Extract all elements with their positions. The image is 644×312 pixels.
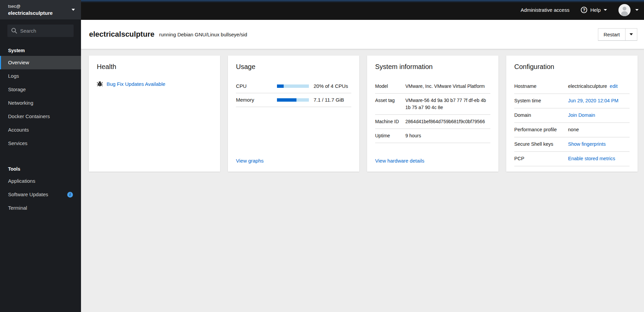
host-switcher[interactable]: tsec@ electricalsculpture (0, 0, 81, 20)
chevron-down-icon (604, 9, 607, 11)
sidebar-item-storage[interactable]: Storage (0, 83, 81, 96)
secure-shell-keys-row: Secure Shell keys Show fingerprints (514, 137, 630, 152)
performance-profile-value: none (568, 126, 630, 133)
uptime-label: Uptime (375, 133, 405, 138)
cpu-usage-row: CPU 20% of 4 CPUs (236, 79, 351, 93)
usage-card-title: Usage (236, 63, 351, 71)
machine-id-row: Machine ID 2864d41bef864d759b681f9c0bf79… (375, 115, 490, 129)
model-value: VMware, Inc. VMware Virtual Platform (405, 83, 490, 90)
cpu-usage-value: 20% of 4 CPUs (309, 83, 351, 89)
cpu-label: CPU (236, 83, 277, 89)
host-switcher-user: tsec@ (8, 3, 73, 9)
chevron-down-icon (72, 9, 75, 11)
sidebar-item-applications[interactable]: Applications (0, 174, 81, 188)
uptime-value: 9 hours (405, 132, 490, 139)
memory-label: Memory (236, 97, 277, 103)
hostname-label: Hostname (514, 83, 568, 89)
sidebar-item-terminal[interactable]: Terminal (0, 201, 81, 215)
sidebar-search (7, 25, 74, 37)
help-label: Help (590, 7, 601, 13)
system-information-card: System information Model VMware, Inc. VM… (367, 56, 498, 172)
asset-tag-value: VMware-56 4d 9a 30 b7 77 7f df-eb 4b 1b … (405, 97, 490, 111)
configuration-card-title: Configuration (514, 63, 630, 71)
system-time-row: System time Jun 29, 2020 12:04 PM (514, 94, 630, 108)
asset-tag-label: Asset tag (375, 98, 405, 103)
secure-shell-keys-label: Secure Shell keys (514, 141, 568, 147)
page-title: electricalsculpture (89, 30, 154, 39)
restart-split-button: Restart (598, 28, 637, 41)
bug-icon (97, 81, 103, 87)
health-card: Health Bug Fix Updates Available (89, 56, 220, 172)
memory-progress-bar (277, 98, 309, 102)
bug-fix-updates-link[interactable]: Bug Fix Updates Available (107, 81, 165, 87)
hostname-value: electricalsculptureedit (568, 83, 630, 90)
show-fingerprints-link[interactable]: Show fingerprints (568, 141, 606, 147)
model-row: Model VMware, Inc. VMware Virtual Platfo… (375, 79, 490, 94)
cpu-progress-bar (277, 84, 309, 88)
nav-section-tools: Tools (0, 161, 81, 174)
system-time-label: System time (514, 98, 568, 103)
health-card-title: Health (97, 63, 212, 71)
sidebar-item-software-updates[interactable]: Software Updates (0, 188, 81, 201)
sidebar: tsec@ electricalsculpture System Overvie… (0, 0, 81, 312)
help-icon (581, 7, 587, 13)
machine-id-value: 2864d41bef864d759b681f9c0bf79566 (405, 118, 490, 125)
host-switcher-hostname: electricalsculpture (8, 9, 73, 16)
system-time-link[interactable]: Jun 29, 2020 12:04 PM (568, 98, 618, 103)
nav-section-system: System (0, 42, 81, 56)
sidebar-item-docker-containers[interactable]: Docker Containers (0, 110, 81, 123)
domain-label: Domain (514, 112, 568, 118)
restart-button[interactable]: Restart (598, 29, 625, 40)
model-label: Model (375, 83, 405, 89)
performance-profile-label: Performance profile (514, 127, 568, 132)
page-header: electricalsculpture running Debian GNU/L… (81, 20, 644, 49)
performance-profile-row: Performance profile none (514, 123, 630, 137)
search-icon (11, 28, 17, 34)
help-menu[interactable]: Help (581, 7, 607, 13)
memory-usage-value: 7.1 / 11.7 GiB (309, 97, 351, 103)
health-update-item: Bug Fix Updates Available (97, 81, 212, 87)
pcp-row: PCP Enable stored metrics (514, 152, 630, 166)
sidebar-item-accounts[interactable]: Accounts (0, 123, 81, 137)
hostname-row: Hostname electricalsculptureedit (514, 79, 630, 94)
chevron-down-icon (635, 9, 639, 11)
view-graphs-link[interactable]: View graphs (236, 158, 351, 164)
os-release-text: running Debian GNU/Linux bullseye/sid (159, 32, 247, 37)
info-icon (67, 192, 73, 198)
chevron-down-icon (630, 33, 633, 35)
avatar (618, 4, 631, 16)
masthead: Administrative access Help (81, 0, 644, 20)
usage-card: Usage CPU 20% of 4 CPUs Memory 7.1 / 11.… (228, 56, 359, 172)
join-domain-link[interactable]: Join Domain (568, 112, 595, 118)
asset-tag-row: Asset tag VMware-56 4d 9a 30 b7 77 7f df… (375, 94, 490, 115)
hostname-edit-link[interactable]: edit (610, 83, 617, 89)
configuration-card: Configuration Hostname electricalsculptu… (506, 56, 638, 172)
sidebar-item-overview[interactable]: Overview (0, 56, 81, 69)
sidebar-item-logs[interactable]: Logs (0, 69, 81, 83)
domain-row: Domain Join Domain (514, 108, 630, 123)
overview-content: Health Bug Fix Updates Available (81, 49, 644, 312)
enable-stored-metrics-link[interactable]: Enable stored metrics (568, 156, 615, 161)
session-menu[interactable] (618, 4, 639, 16)
hostname-text: electricalsculpture (568, 83, 607, 89)
sidebar-item-services[interactable]: Services (0, 137, 81, 150)
view-hardware-details-link[interactable]: View hardware details (375, 158, 490, 164)
administrative-access-button[interactable]: Administrative access (521, 7, 569, 13)
uptime-row: Uptime 9 hours (375, 129, 490, 143)
sidebar-item-label: Software Updates (8, 191, 48, 198)
restart-dropdown-toggle[interactable] (625, 29, 637, 40)
sidebar-item-networking[interactable]: Networking (0, 96, 81, 110)
search-input[interactable] (7, 25, 74, 37)
system-information-card-title: System information (375, 63, 490, 71)
pcp-label: PCP (514, 156, 568, 161)
machine-id-label: Machine ID (375, 119, 405, 124)
memory-usage-row: Memory 7.1 / 11.7 GiB (236, 93, 351, 107)
